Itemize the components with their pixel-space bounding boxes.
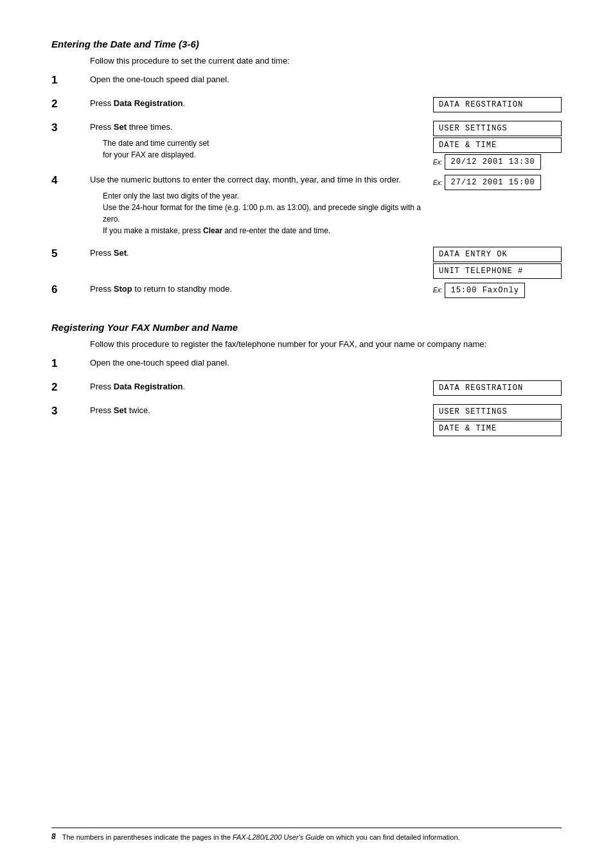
s2-step2: 2 Press Data Registration. [51, 380, 433, 394]
s2-step2-bold: Data Registration [114, 382, 183, 391]
s2-step2-number: 2 [51, 380, 90, 394]
step1-left: 1 Open the one-touch speed dial panel. [51, 73, 433, 93]
step6-row: 6 Press Stop to return to standby mode. … [51, 283, 562, 303]
lcd-date-time-1: DATE & TIME [433, 137, 562, 153]
step4: 4 Use the numeric buttons to enter the c… [51, 173, 433, 236]
s2-step3-right: USER SETTINGS DATE & TIME [433, 404, 562, 436]
lcd-data-regstration: DATA REGSTRATION [433, 97, 562, 112]
step1: 1 Open the one-touch speed dial panel. [51, 73, 433, 87]
step6-ex-row: Ex: 15:00 FaxOnly [433, 283, 562, 298]
s2-step2-row: 2 Press Data Registration. DATA REGSTRAT… [51, 380, 562, 400]
s2-step3: 3 Press Set twice. [51, 404, 433, 418]
footer-divider [51, 828, 562, 828]
lcd-example-date1: 20/12 2001 13:30 [445, 154, 540, 170]
step2-row: 2 Press Data Registration. DATA REGSTRAT… [51, 97, 562, 117]
lcd-example-date2: 27/12 2001 15:00 [445, 175, 540, 190]
s2-step3-left: 3 Press Set twice. [51, 404, 433, 436]
step2-content: Press Data Registration. [90, 97, 433, 110]
step6-number: 6 [51, 283, 90, 296]
step6: 6 Press Stop to return to standby mode. [51, 283, 433, 296]
section2-title: Registering Your FAX Number and Name [51, 322, 562, 333]
s2-step3-content: Press Set twice. [90, 404, 433, 417]
step2: 2 Press Data Registration. [51, 97, 433, 111]
step5-number: 5 [51, 247, 90, 260]
footer-number: 8 [51, 832, 56, 841]
step3: 3 Press Set three times. The date and ti… [51, 121, 433, 161]
footer-italic: FAX-L280/L200 User's Guide [233, 833, 324, 841]
step4-number: 4 [51, 173, 90, 187]
step5-bold: Set [114, 248, 127, 258]
s2-step2-content: Press Data Registration. [90, 380, 433, 393]
lcd-s2-date-time: DATE & TIME [433, 421, 562, 436]
step5-right: DATA ENTRY OK UNIT TELEPHONE # [433, 247, 562, 279]
s2-step3-bold: Set [114, 405, 127, 415]
step1-right [433, 73, 562, 93]
section2-intro: Follow this procedure to register the fa… [90, 339, 562, 349]
step3-row: 3 Press Set three times. The date and ti… [51, 121, 562, 170]
step2-left: 2 Press Data Registration. [51, 97, 433, 117]
section1-intro: Follow this procedure to set the current… [90, 56, 562, 66]
footer-container: 8 The numbers in parentheses indicate th… [51, 808, 562, 843]
step5-content: Press Set. [90, 247, 433, 260]
lcd-s2-user-settings: USER SETTINGS [433, 404, 562, 420]
step4-ex-row: Ex: 27/12 2001 15:00 [433, 175, 562, 190]
step6-left: 6 Press Stop to return to standby mode. [51, 283, 433, 303]
step2-number: 2 [51, 97, 90, 111]
section1-title: Entering the Date and Time (3-6) [51, 39, 562, 49]
s2-step1-row: 1 Open the one-touch speed dial panel. [51, 357, 562, 376]
step4-left: 4 Use the numeric buttons to enter the c… [51, 173, 433, 243]
ex-label-3: Ex: [433, 159, 442, 166]
page: Entering the Date and Time (3-6) Follow … [0, 0, 613, 868]
s2-step1-left: 1 Open the one-touch speed dial panel. [51, 357, 433, 376]
step3-content: Press Set three times. The date and time… [90, 121, 433, 161]
ex-label-4: Ex: [433, 179, 442, 186]
step3-subnote: The date and time currently setfor your … [103, 137, 433, 161]
step4-clear-bold: Clear [203, 226, 222, 235]
s2-step3-number: 3 [51, 404, 90, 418]
lcd-s2-data-regstration: DATA REGSTRATION [433, 380, 562, 396]
step4-subnote: Enter only the last two digits of the ye… [103, 190, 433, 236]
step5: 5 Press Set. [51, 247, 433, 260]
step6-content: Press Stop to return to standby mode. [90, 283, 433, 296]
step6-right: Ex: 15:00 FaxOnly [433, 283, 562, 303]
step5-row: 5 Press Set. DATA ENTRY OK UNIT TELEPHON… [51, 247, 562, 279]
step2-right: DATA REGSTRATION [433, 97, 562, 117]
s2-step1: 1 Open the one-touch speed dial panel. [51, 357, 433, 370]
s2-step1-right [433, 357, 562, 376]
step3-bold: Set [114, 122, 127, 132]
step5-left: 5 Press Set. [51, 247, 433, 279]
lcd-user-settings: USER SETTINGS [433, 121, 562, 136]
lcd-example-standby: 15:00 FaxOnly [445, 283, 525, 298]
ex-label-6: Ex: [433, 287, 442, 294]
step1-number: 1 [51, 73, 90, 87]
s2-step2-right: DATA REGSTRATION [433, 380, 562, 400]
s2-step3-row: 3 Press Set twice. USER SETTINGS DATE & … [51, 404, 562, 436]
step4-content: Use the numeric buttons to enter the cor… [90, 173, 433, 236]
step1-row: 1 Open the one-touch speed dial panel. [51, 73, 562, 93]
step2-bold: Data Registration [114, 98, 183, 108]
step3-ex-row: Ex: 20/12 2001 13:30 [433, 154, 562, 170]
s2-step1-number: 1 [51, 357, 90, 370]
footer-row: 8 The numbers in parentheses indicate th… [51, 832, 562, 843]
lcd-data-entry-ok: DATA ENTRY OK [433, 247, 562, 262]
footer-text: The numbers in parentheses indicate the … [62, 832, 460, 843]
step3-number: 3 [51, 121, 90, 134]
step6-bold: Stop [114, 284, 132, 294]
step4-row: 4 Use the numeric buttons to enter the c… [51, 173, 562, 243]
s2-step1-content: Open the one-touch speed dial panel. [90, 357, 433, 369]
lcd-unit-telephone: UNIT TELEPHONE # [433, 263, 562, 279]
step3-left: 3 Press Set three times. The date and ti… [51, 121, 433, 170]
step1-content: Open the one-touch speed dial panel. [90, 73, 433, 86]
s2-step2-left: 2 Press Data Registration. [51, 380, 433, 400]
step4-right: Ex: 27/12 2001 15:00 [433, 173, 562, 243]
step3-right: USER SETTINGS DATE & TIME Ex: 20/12 2001… [433, 121, 562, 170]
